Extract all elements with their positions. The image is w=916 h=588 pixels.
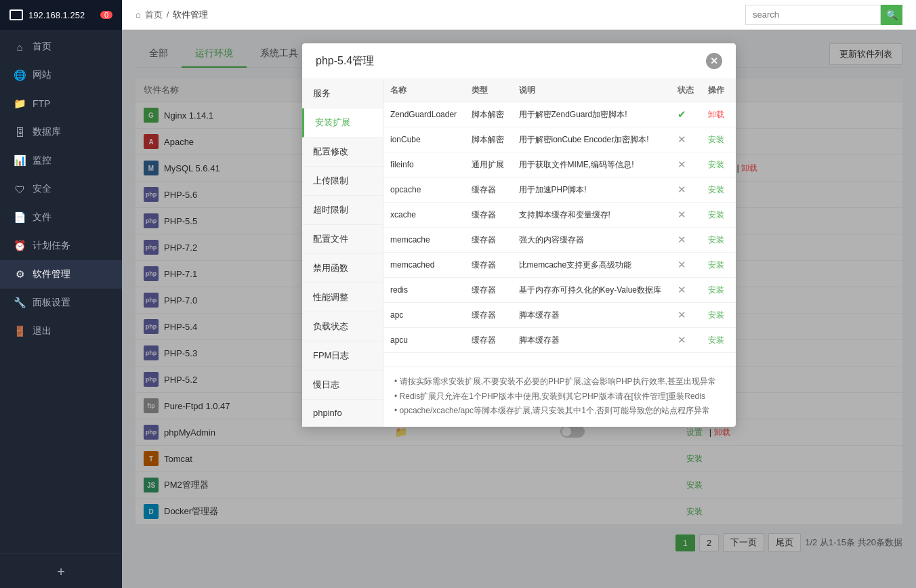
modal-nav-service[interactable]: 服务 xyxy=(302,79,383,108)
ext-desc: 基于内存亦可持久化的Key-Value数据库 xyxy=(512,278,671,303)
sidebar-item-logout[interactable]: 🚪退出 xyxy=(0,317,122,345)
modal-table-row: memcache 缓存器 强大的内容缓存器 ✕ 安装 xyxy=(383,228,736,253)
modal-nav-phpinfo[interactable]: phpinfo xyxy=(302,400,383,427)
status-not-installed-icon: ✕ xyxy=(678,234,686,245)
tasks-icon: ⏰ xyxy=(14,240,26,252)
ext-status: ✕ xyxy=(671,228,701,253)
sidebar-item-files[interactable]: 📄文件 xyxy=(0,203,122,232)
ext-op-安装-btn[interactable]: 安装 xyxy=(708,135,724,144)
modal-col-说明: 说明 xyxy=(512,79,671,102)
ext-name: ionCube xyxy=(383,127,465,152)
ext-op-安装-btn[interactable]: 安装 xyxy=(708,285,724,295)
sidebar: 192.168.1.252 0 ⌂首页🌐网站📁FTP🗄数据库📊监控🛡安全📄文件⏰… xyxy=(0,0,122,588)
ext-name: apc xyxy=(383,303,465,328)
ext-op-卸载-btn[interactable]: 卸载 xyxy=(708,110,724,119)
ext-op: 安装 xyxy=(701,228,736,253)
ext-desc: 用于解密ionCube Encoder加密脚本! xyxy=(512,127,671,152)
ext-type: 缓存器 xyxy=(465,228,512,253)
ext-op-安装-btn[interactable]: 安装 xyxy=(708,310,724,320)
ext-status: ✕ xyxy=(671,152,701,177)
sidebar-label-database: 数据库 xyxy=(33,126,61,138)
modal-table-row: ZendGuardLoader 脚本解密 用于解密ZendGuard加密脚本! … xyxy=(383,102,736,127)
sidebar-item-home[interactable]: ⌂首页 xyxy=(0,33,122,61)
ext-op-安装-btn[interactable]: 安装 xyxy=(708,235,724,245)
ext-op-安装-btn[interactable]: 安装 xyxy=(708,185,724,194)
search-input[interactable] xyxy=(745,5,881,25)
modal-nav-upload_limit[interactable]: 上传限制 xyxy=(302,167,383,196)
ext-type: 缓存器 xyxy=(465,177,512,203)
modal-table-row: opcache 缓存器 用于加速PHP脚本! ✕ 安装 xyxy=(383,177,736,203)
status-not-installed-icon: ✕ xyxy=(678,259,686,270)
ext-type: 通用扩展 xyxy=(465,152,512,177)
sidebar-item-ftp[interactable]: 📁FTP xyxy=(0,89,122,118)
ext-op: 安装 xyxy=(701,203,736,228)
status-not-installed-icon: ✕ xyxy=(678,159,686,170)
modal: php-5.4管理 ✕ 服务安装扩展配置修改上传限制超时限制配置文件禁用函数性能… xyxy=(302,43,736,427)
ext-status: ✔ xyxy=(671,102,701,127)
ext-status: ✕ xyxy=(671,278,701,303)
content-area: 全部运行环境系统工具宝塔插件付费插件更新软件列表 软件名称 位置 状态 首页显示… xyxy=(122,30,916,588)
topbar: ⌂ 首页 / 软件管理 🔍 xyxy=(122,0,916,30)
modal-header: php-5.4管理 ✕ xyxy=(302,43,736,79)
modal-nav-config_file[interactable]: 配置文件 xyxy=(302,225,383,254)
files-icon: 📄 xyxy=(14,211,26,224)
modal-nav-load_status[interactable]: 负载状态 xyxy=(302,312,383,341)
ext-op-安装-btn[interactable]: 安装 xyxy=(708,160,724,169)
sidebar-label-software: 软件管理 xyxy=(33,268,70,280)
sidebar-item-software[interactable]: ⚙软件管理 xyxy=(0,260,122,289)
modal-close-button[interactable]: ✕ xyxy=(706,53,722,69)
sidebar-add-button[interactable]: + xyxy=(0,556,122,588)
home-icon: ⌂ xyxy=(136,9,141,20)
sidebar-label-home: 首页 xyxy=(33,41,51,53)
ext-name: fileinfo xyxy=(383,152,465,177)
modal-nav-config_edit[interactable]: 配置修改 xyxy=(302,138,383,167)
status-not-installed-icon: ✕ xyxy=(678,209,686,220)
modal-nav-perf_tune[interactable]: 性能调整 xyxy=(302,283,383,312)
sidebar-item-panel[interactable]: 🔧面板设置 xyxy=(0,289,122,317)
home-icon: ⌂ xyxy=(14,41,26,53)
modal-col-类型: 类型 xyxy=(465,79,512,102)
sidebar-item-website[interactable]: 🌐网站 xyxy=(0,61,122,89)
ext-op: 安装 xyxy=(701,177,736,203)
ext-op: 安装 xyxy=(701,303,736,328)
sidebar-item-monitor[interactable]: 📊监控 xyxy=(0,146,122,175)
ext-name: memcache xyxy=(383,228,465,253)
ext-op-安装-btn[interactable]: 安装 xyxy=(708,335,724,345)
sidebar-label-monitor: 监控 xyxy=(33,154,51,167)
ext-op: 卸载 xyxy=(701,102,736,127)
ext-op: 安装 xyxy=(701,253,736,278)
modal-nav-timeout[interactable]: 超时限制 xyxy=(302,196,383,225)
monitor-icon: 📊 xyxy=(14,154,26,167)
main-area: ⌂ 首页 / 软件管理 🔍 全部运行环境系统工具宝塔插件付费插件更新软件列表 软… xyxy=(122,0,916,588)
breadcrumb-home[interactable]: 首页 xyxy=(145,9,163,21)
search-area: 🔍 xyxy=(745,5,902,25)
sidebar-label-website: 网站 xyxy=(33,69,51,81)
sidebar-item-database[interactable]: 🗄数据库 xyxy=(0,118,122,146)
ext-desc: 支持脚本缓存和变量缓存! xyxy=(512,203,671,228)
search-button[interactable]: 🔍 xyxy=(881,5,902,25)
ext-op-安装-btn[interactable]: 安装 xyxy=(708,260,724,270)
modal-footer: 请按实际需求安装扩展,不要安装不必要的PHP扩展,这会影响PHP执行效率,甚至出… xyxy=(383,366,736,427)
sidebar-label-tasks: 计划任务 xyxy=(33,240,70,252)
ext-status: ✕ xyxy=(671,328,701,353)
modal-table-row: ionCube 脚本解密 用于解密ionCube Encoder加密脚本! ✕ … xyxy=(383,127,736,152)
modal-nav-disable_func[interactable]: 禁用函数 xyxy=(302,254,383,283)
modal-nav-slow_log[interactable]: 慢日志 xyxy=(302,371,383,400)
ext-op: 安装 xyxy=(701,278,736,303)
sidebar-item-tasks[interactable]: ⏰计划任务 xyxy=(0,232,122,260)
server-ip: 192.168.1.252 xyxy=(28,10,85,20)
modal-nav-install_ext[interactable]: 安装扩展 xyxy=(302,108,383,138)
sidebar-label-files: 文件 xyxy=(33,211,51,224)
ext-desc: 脚本缓存器 xyxy=(512,303,671,328)
sidebar-nav: ⌂首页🌐网站📁FTP🗄数据库📊监控🛡安全📄文件⏰计划任务⚙软件管理🔧面板设置🚪退… xyxy=(0,30,122,550)
sidebar-item-security[interactable]: 🛡安全 xyxy=(0,175,122,203)
modal-nav-fpm_log[interactable]: FPM日志 xyxy=(302,341,383,371)
modal-content: 名称类型说明状态操作 ZendGuardLoader 脚本解密 用于解密Zend… xyxy=(383,79,736,427)
ext-type: 缓存器 xyxy=(465,253,512,278)
ext-op-安装-btn[interactable]: 安装 xyxy=(708,210,724,219)
panel-icon: 🔧 xyxy=(14,297,26,309)
breadcrumb-separator: / xyxy=(167,9,169,20)
website-icon: 🌐 xyxy=(14,69,26,81)
modal-body: 服务安装扩展配置修改上传限制超时限制配置文件禁用函数性能调整负载状态FPM日志慢… xyxy=(302,79,736,427)
ftp-icon: 📁 xyxy=(14,98,26,110)
